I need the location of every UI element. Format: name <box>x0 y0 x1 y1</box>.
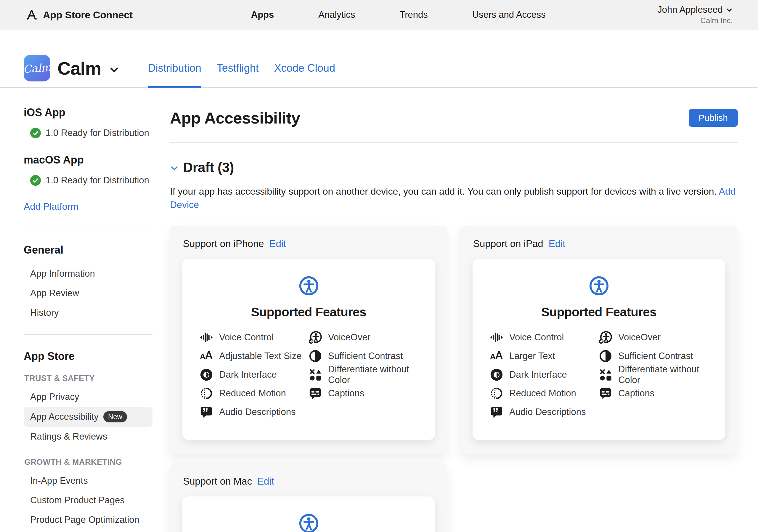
growth-marketing-group-title: GROWTH & MARKETING <box>24 458 153 467</box>
feature-label: Dark Interface <box>219 370 277 380</box>
publish-button[interactable]: Publish <box>689 109 738 127</box>
sidebar-item-promo-codes[interactable]: Promo Codes <box>24 530 153 532</box>
ios-version-status[interactable]: 1.0 Ready for Distribution <box>30 128 153 138</box>
tab-xcode-cloud[interactable]: Xcode Cloud <box>274 62 335 88</box>
edit-link[interactable]: Edit <box>257 476 274 487</box>
chevron-down-icon <box>726 7 733 14</box>
account-menu[interactable]: John Appleseed Calm Inc. <box>657 4 733 25</box>
feature-item: Captions <box>599 384 719 403</box>
sufficient-contrast-icon <box>599 349 612 363</box>
feature-item: Differentiate without Color <box>599 366 719 384</box>
app-store-connect-logo-icon <box>25 8 38 21</box>
sidebar-divider <box>24 335 153 335</box>
dark-interface-icon <box>490 368 503 381</box>
differentiate-without-color-icon <box>309 368 322 381</box>
sidebar-item-in-app-events[interactable]: In-App Events <box>24 471 153 490</box>
support-card-iphone: Support on iPhone Edit Supported Feature… <box>170 226 447 454</box>
feature-label: VoiceOver <box>618 332 661 343</box>
draft-section-title: Draft (3) <box>183 160 234 175</box>
feature-label: Audio Descriptions <box>509 407 586 417</box>
feature-label: Reduced Motion <box>509 388 576 399</box>
app-store-connect-brand[interactable]: App Store Connect <box>25 8 133 21</box>
app-store-section-title: App Store <box>24 350 153 363</box>
supported-features-panel: Supported Features <box>182 496 435 532</box>
differentiate-without-color-icon <box>599 368 612 381</box>
feature-item: Sufficient Contrast <box>309 347 429 366</box>
main-content: App Accessibility Publish Draft (3) If y… <box>170 88 758 532</box>
app-switcher[interactable]: Calm Calm <box>24 55 120 88</box>
page-title: App Accessibility <box>170 109 300 127</box>
sidebar-item-app-privacy[interactable]: App Privacy <box>24 387 153 407</box>
green-check-icon <box>30 175 41 186</box>
draft-section-header[interactable]: Draft (3) <box>170 160 738 175</box>
accessibility-icon <box>298 513 319 532</box>
tab-distribution[interactable]: Distribution <box>148 62 201 88</box>
audio-descriptions-icon <box>199 405 213 419</box>
nav-item-apps[interactable]: Apps <box>251 10 274 20</box>
reduced-motion-icon <box>490 387 503 400</box>
nav-item-users-and-access[interactable]: Users and Access <box>472 10 546 20</box>
text-size-icon <box>199 349 213 363</box>
voiceover-icon <box>309 331 322 344</box>
draft-description-text: If your app has accessibility support on… <box>170 186 716 197</box>
general-section-title: General <box>24 244 153 256</box>
feature-label: Dark Interface <box>509 370 567 380</box>
features-column-left: Voice Control Larger Text Dark Interface… <box>490 328 599 421</box>
feature-item: Differentiate without Color <box>309 366 429 384</box>
calm-app-icon-text: Calm <box>22 61 51 75</box>
feature-item: Sufficient Contrast <box>599 347 719 366</box>
text-size-icon <box>490 349 503 363</box>
card-title: Support on Mac <box>183 476 252 487</box>
feature-label: Sufficient Contrast <box>618 351 693 361</box>
feature-item: Captions <box>309 384 429 403</box>
green-check-icon <box>30 128 41 138</box>
add-platform-link[interactable]: Add Platform <box>24 201 153 212</box>
sufficient-contrast-icon <box>309 349 322 363</box>
status-text: 1.0 Ready for Distribution <box>46 128 149 138</box>
sidebar-divider <box>24 228 153 229</box>
reduced-motion-icon <box>199 387 213 400</box>
feature-item: Voice Control <box>199 328 309 347</box>
audio-descriptions-icon <box>490 405 503 419</box>
support-card-mac: Support on Mac Edit Supported Features <box>170 463 447 532</box>
chevron-down-icon <box>109 65 120 75</box>
top-nav: Apps Analytics Trends Users and Access <box>251 10 546 20</box>
app-header: Calm Calm Distribution Testflight Xcode … <box>0 30 758 88</box>
feature-item: Dark Interface <box>199 366 309 384</box>
brand-name: App Store Connect <box>43 9 133 21</box>
feature-item: Larger Text <box>490 347 599 366</box>
sidebar-item-app-review[interactable]: App Review <box>24 283 153 303</box>
support-cards: Support on iPhone Edit Supported Feature… <box>170 226 738 532</box>
new-badge: New <box>103 411 127 422</box>
macos-version-status[interactable]: 1.0 Ready for Distribution <box>30 175 153 186</box>
edit-link[interactable]: Edit <box>549 238 566 249</box>
tab-testflight[interactable]: Testflight <box>217 62 259 88</box>
nav-item-trends[interactable]: Trends <box>399 10 428 20</box>
sidebar-item-app-information[interactable]: App Information <box>24 264 153 283</box>
sidebar-item-product-page-optimization[interactable]: Product Page Optimization <box>24 510 153 530</box>
feature-label: VoiceOver <box>328 332 370 343</box>
sidebar-item-app-accessibility[interactable]: App Accessibility New <box>24 407 153 427</box>
feature-label: Captions <box>328 388 364 399</box>
calm-app-icon: Calm <box>24 55 50 82</box>
feature-item: Dark Interface <box>490 366 599 384</box>
voice-control-icon <box>490 331 503 344</box>
card-title: Support on iPhone <box>183 238 264 249</box>
account-org: Calm Inc. <box>657 16 733 25</box>
voice-control-icon <box>199 331 213 344</box>
edit-link[interactable]: Edit <box>269 238 286 249</box>
sidebar-item-ratings-reviews[interactable]: Ratings & Reviews <box>24 427 153 446</box>
card-title: Support on iPad <box>473 238 543 249</box>
features-column-right: VoiceOver Sufficient Contrast Differenti… <box>599 328 719 421</box>
feature-item: VoiceOver <box>309 328 429 347</box>
feature-item: Reduced Motion <box>490 384 599 403</box>
feature-item: Voice Control <box>490 328 599 347</box>
dark-interface-icon <box>199 368 213 381</box>
account-name: John Appleseed <box>657 4 723 16</box>
sidebar-item-history[interactable]: History <box>24 303 153 323</box>
sidebar-item-custom-product-pages[interactable]: Custom Product Pages <box>24 490 153 510</box>
nav-item-analytics[interactable]: Analytics <box>318 10 355 20</box>
status-text: 1.0 Ready for Distribution <box>46 175 149 186</box>
captions-icon <box>309 387 322 400</box>
feature-item: Reduced Motion <box>199 384 309 403</box>
